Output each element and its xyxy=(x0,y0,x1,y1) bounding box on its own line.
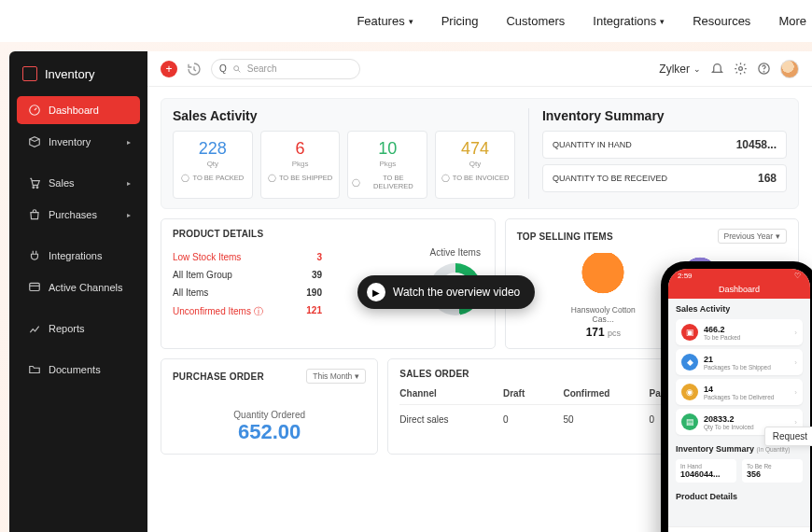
phone-row-delivered[interactable]: ◉ 14Packages To be Delivered › xyxy=(676,379,803,405)
org-name: Zylker xyxy=(659,63,690,76)
svg-point-4 xyxy=(233,65,238,70)
chevron-down-icon: ▾ xyxy=(409,17,413,26)
isum-row-in-hand: QUANTITY IN HAND 10458... xyxy=(542,131,787,159)
video-cta-label: Watch the overview video xyxy=(393,286,520,299)
topnav-customers[interactable]: Customers xyxy=(506,14,565,28)
org-switcher[interactable]: Zylker ⌄ xyxy=(659,63,701,76)
top-selling-title: TOP SELLING ITEMS xyxy=(517,231,613,242)
topnav-integrations[interactable]: Integrations▾ xyxy=(593,14,665,28)
product-details-title: PRODUCT DETAILS xyxy=(173,229,483,239)
bell-icon[interactable] xyxy=(710,62,724,76)
chevron-right-icon: ▸ xyxy=(127,211,131,219)
chevron-down-icon: ⌄ xyxy=(693,64,701,74)
brand-icon xyxy=(22,66,37,81)
ts-item-1[interactable]: Hanswooly Cotton Cas… 171 pcs xyxy=(561,253,645,339)
search-input[interactable]: Q Search xyxy=(211,59,360,79)
sidebar-item-purchases[interactable]: Purchases ▸ xyxy=(17,201,140,229)
po-label: Quantity Ordered xyxy=(173,410,366,420)
svg-point-5 xyxy=(739,67,743,71)
sidebar-label: Dashboard xyxy=(49,105,99,116)
folder-icon xyxy=(28,363,41,376)
history-icon[interactable] xyxy=(187,62,202,77)
topnav-resources[interactable]: Resources xyxy=(693,14,750,28)
sales-activity-title: Sales Activity xyxy=(173,108,515,123)
sidebar-item-reports[interactable]: Reports xyxy=(17,315,140,343)
topnav-pricing[interactable]: Pricing xyxy=(441,14,479,28)
info-icon: ⓘ xyxy=(254,306,263,316)
chevron-right-icon: › xyxy=(794,358,797,367)
phone-time: 2:59 xyxy=(678,272,693,280)
topnav-more[interactable]: More xyxy=(778,14,806,28)
phone-sales-title: Sales Activity xyxy=(668,299,810,315)
active-items-label: Active Items xyxy=(429,247,482,258)
pd-row-item-group[interactable]: All Item Group39 xyxy=(173,266,322,284)
inventory-summary-title: Inventory Summary xyxy=(542,108,787,123)
search-icon xyxy=(232,64,242,74)
sidebar-item-active-channels[interactable]: Active Channels xyxy=(17,273,140,301)
plug-icon xyxy=(28,249,41,262)
phone-box-inhand: In Hand1046044... xyxy=(676,459,736,483)
sidebar-item-dashboard[interactable]: Dashboard xyxy=(17,96,140,124)
sa-card-packed[interactable]: 228 Qty ◯TO BE PACKED xyxy=(173,131,253,199)
pd-row-all-items[interactable]: All Items190 xyxy=(173,284,322,301)
sidebar: Inventory Dashboard Inventory ▸ Sales ▸ xyxy=(9,51,147,532)
phone-status-bar: 2:59 ♡ xyxy=(668,269,810,282)
avatar[interactable] xyxy=(780,60,799,78)
check-circle-icon: ◯ xyxy=(268,174,276,182)
cart-icon xyxy=(28,176,41,189)
sidebar-item-sales[interactable]: Sales ▸ xyxy=(17,169,140,197)
sidebar-label: Active Channels xyxy=(49,282,123,293)
phone-row-shipped[interactable]: ◆ 21Packages To be Shipped › xyxy=(676,349,803,375)
sidebar-item-inventory[interactable]: Inventory ▸ xyxy=(17,128,140,156)
brand[interactable]: Inventory xyxy=(9,61,147,94)
purchase-order-title: PURCHASE ORDER xyxy=(173,371,264,382)
request-button[interactable]: Request xyxy=(764,427,812,446)
watch-video-button[interactable]: ▶ Watch the overview video xyxy=(357,275,535,309)
sales-activity: Sales Activity 228 Qty ◯TO BE PACKED 6 P… xyxy=(173,108,515,199)
package-icon: ▣ xyxy=(681,324,698,341)
svg-rect-3 xyxy=(30,283,40,290)
sidebar-label: Integrations xyxy=(49,250,102,261)
marketing-top-nav: Features▾ Pricing Customers Integrations… xyxy=(0,0,812,42)
pd-row-unconfirmed[interactable]: Unconfirmed Items ⓘ121 xyxy=(173,301,322,322)
sa-card-invoiced[interactable]: 474 Qty ◯TO BE INVOICED xyxy=(435,131,515,199)
phone-tab-bar: ⌂Dashboard ⎘Sales Orders ▣Packages ⌑Item… xyxy=(668,526,810,532)
bag-icon xyxy=(28,208,41,221)
check-circle-icon: ◯ xyxy=(441,174,450,182)
help-icon[interactable] xyxy=(757,62,771,76)
truck-icon: ◆ xyxy=(681,354,698,371)
sidebar-label: Purchases xyxy=(49,209,97,220)
search-prefix: Q xyxy=(219,63,227,74)
sidebar-label: Documents xyxy=(49,364,101,375)
phone-mockup: 2:59 ♡ Dashboard Sales Activity ▣ 466.2T… xyxy=(661,261,812,532)
sidebar-label: Inventory xyxy=(49,136,91,147)
chevron-down-icon: ▾ xyxy=(355,371,359,381)
purchase-order-filter[interactable]: This Month▾ xyxy=(306,369,366,384)
chart-icon xyxy=(28,322,41,335)
po-value: 652.00 xyxy=(173,420,366,444)
chevron-right-icon: › xyxy=(794,418,797,427)
inventory-summary: Inventory Summary QUANTITY IN HAND 10458… xyxy=(528,108,787,199)
add-button[interactable]: + xyxy=(161,61,177,77)
chevron-right-icon: › xyxy=(794,329,797,337)
check-circle-icon: ◯ xyxy=(181,174,189,182)
sidebar-item-integrations[interactable]: Integrations xyxy=(17,242,140,270)
main: + Q Search Zylker ⌄ xyxy=(147,51,812,532)
sa-card-shipped[interactable]: 6 Pkgs ◯TO BE SHIPPED xyxy=(260,131,341,199)
bell-icon: ♡ xyxy=(794,272,801,280)
pd-row-low-stock[interactable]: Low Stock Items3 xyxy=(173,248,322,266)
chevron-right-icon: › xyxy=(794,388,797,397)
brand-label: Inventory xyxy=(45,67,94,81)
channels-icon xyxy=(28,281,41,294)
chevron-right-icon: ▸ xyxy=(127,138,131,147)
chevron-down-icon: ▾ xyxy=(776,231,780,241)
chevron-right-icon: ▸ xyxy=(127,179,131,188)
sa-card-delivered[interactable]: 10 Pkgs ◯TO BE DELIVERED xyxy=(347,131,427,199)
topnav-features[interactable]: Features▾ xyxy=(357,14,413,28)
product-image xyxy=(579,253,627,301)
top-selling-filter[interactable]: Previous Year▾ xyxy=(718,229,787,244)
gear-icon[interactable] xyxy=(734,62,748,76)
box-icon xyxy=(28,135,41,148)
sidebar-item-documents[interactable]: Documents xyxy=(17,356,140,384)
phone-row-packed[interactable]: ▣ 466.2To be Packed › xyxy=(676,319,803,345)
